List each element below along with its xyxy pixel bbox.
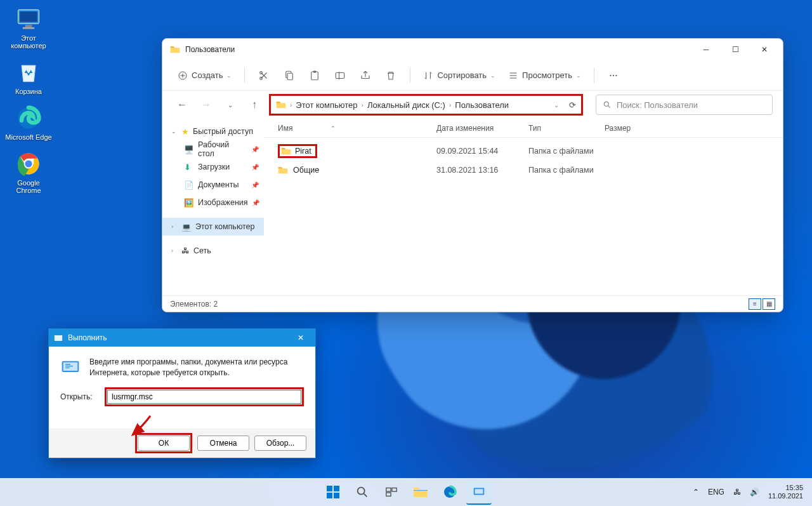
status-text: Элементов: 2 (170, 300, 218, 309)
run-icon (472, 484, 486, 498)
task-explorer[interactable] (408, 479, 433, 505)
breadcrumb-item[interactable]: Пользователи (455, 100, 509, 110)
tray-clock[interactable]: 15:35 11.09.2021 (768, 484, 803, 500)
svg-rect-2 (25, 25, 32, 27)
address-bar[interactable]: › Этот компьютер › Локальный диск (C:) ›… (269, 94, 583, 116)
run-dialog: Выполнить ✕ Введите имя программы, папки… (48, 328, 316, 458)
col-name[interactable]: Имя (278, 124, 292, 133)
sidebar-item-downloads[interactable]: ⬇Загрузки📌 (162, 158, 264, 176)
column-headers[interactable]: Имя⌃ Дата изменения Тип Размер (264, 119, 783, 138)
rename-button[interactable] (329, 65, 351, 86)
task-view[interactable] (379, 479, 404, 505)
nav-row: ← → ⌄ ↑ › Этот компьютер › Локальный дис… (162, 91, 783, 119)
sort-button-label: Сортировать (437, 70, 487, 80)
up-button[interactable]: ↑ (245, 95, 264, 114)
desktop-icon-this-pc[interactable]: Этот компьютер (5, 5, 52, 50)
sidebar-label: Документы (198, 180, 239, 189)
tray-volume-icon[interactable]: 🔊 (750, 488, 759, 496)
file-list: Имя⌃ Дата изменения Тип Размер Pirat 09.… (264, 119, 783, 295)
system-tray: ⌃ ENG 🖧 🔊 15:35 11.09.2021 (693, 484, 812, 500)
run-titlebar[interactable]: Выполнить ✕ (49, 329, 315, 347)
close-button[interactable]: ✕ (750, 40, 779, 59)
sidebar-label: Рабочий стол (198, 140, 247, 158)
desktop-icons: Этот компьютер Корзина Microsoft Edge Go… (5, 5, 52, 194)
back-button[interactable]: ← (173, 95, 192, 114)
desktop-icon-chrome[interactable]: Google Chrome (5, 150, 52, 194)
sidebar-item-pictures[interactable]: 🖼️Изображения📌 (162, 194, 264, 211)
forward-button[interactable]: → (197, 95, 216, 114)
delete-button[interactable] (379, 65, 402, 86)
svg-rect-31 (386, 493, 391, 496)
search-placeholder: Поиск: Пользователи (617, 100, 698, 110)
copy-button[interactable] (278, 65, 301, 86)
svg-rect-12 (287, 73, 292, 80)
breadcrumb-item[interactable]: Этот компьютер (296, 100, 357, 110)
sidebar-quick-access[interactable]: ⌄ ★ Быстрый доступ (162, 123, 264, 140)
start-button[interactable] (320, 479, 346, 505)
sidebar-network[interactable]: ›🖧Сеть (162, 242, 264, 260)
svg-rect-13 (311, 72, 318, 80)
share-button[interactable] (354, 65, 377, 86)
run-close-button[interactable]: ✕ (291, 333, 310, 342)
sidebar-label: Сеть (193, 246, 211, 255)
col-size[interactable]: Размер (605, 124, 655, 133)
task-run[interactable] (466, 479, 492, 505)
windows-icon (325, 484, 341, 500)
tray-network-icon[interactable]: 🖧 (733, 488, 741, 496)
sidebar-this-pc[interactable]: ›💻Этот компьютер (162, 218, 264, 236)
sidebar: ⌄ ★ Быстрый доступ 🖥️Рабочий стол📌 ⬇Загр… (162, 119, 264, 295)
breadcrumb-item[interactable]: Локальный диск (C:) (367, 100, 445, 110)
cut-button[interactable] (252, 65, 275, 86)
cancel-button[interactable]: Отмена (197, 436, 249, 451)
task-edge[interactable] (437, 479, 462, 505)
pin-icon: 📌 (251, 182, 259, 189)
view-icons-button[interactable]: ▦ (763, 298, 775, 310)
file-date: 09.09.2021 15:44 (436, 147, 528, 156)
view-details-button[interactable]: ≡ (749, 298, 761, 310)
svg-rect-27 (334, 493, 339, 498)
file-type: Папка с файлами (528, 147, 605, 156)
col-date[interactable]: Дата изменения (436, 124, 528, 133)
run-icon (54, 333, 63, 342)
tray-chevron[interactable]: ⌃ (693, 488, 699, 496)
pin-icon: 📌 (252, 199, 259, 206)
view-button-label: Просмотреть (522, 70, 572, 80)
run-input[interactable] (107, 390, 301, 404)
search-icon (355, 485, 369, 499)
svg-rect-30 (392, 488, 396, 492)
run-title-text: Выполнить (68, 333, 107, 342)
recent-button[interactable]: ⌄ (221, 95, 240, 114)
file-row[interactable]: Общие 31.08.2021 13:16 Папка с файлами (264, 161, 783, 180)
sort-icon (423, 70, 433, 81)
file-row[interactable]: Pirat 09.09.2021 15:44 Папка с файлами (264, 142, 783, 161)
sidebar-item-documents[interactable]: 📄Документы📌 (162, 176, 264, 194)
chevron-down-icon[interactable]: ⌄ (554, 102, 559, 109)
desktop-icon-recycle-bin[interactable]: Корзина (5, 58, 52, 95)
task-search[interactable] (350, 479, 375, 505)
view-button[interactable]: Просмотреть ⌄ (503, 65, 586, 86)
refresh-button[interactable]: ⟳ (569, 100, 576, 110)
svg-rect-25 (334, 486, 339, 491)
sidebar-item-desktop[interactable]: 🖥️Рабочий стол📌 (162, 140, 264, 158)
file-name: Pirat (295, 147, 311, 156)
more-button[interactable] (602, 65, 625, 86)
browse-button[interactable]: Обзор... (254, 436, 306, 451)
svg-point-17 (613, 74, 614, 76)
desktop-icon-label: Google Chrome (5, 179, 52, 194)
col-type[interactable]: Тип (528, 124, 605, 133)
maximize-button[interactable]: ☐ (721, 40, 750, 59)
tray-lang[interactable]: ENG (708, 488, 724, 496)
pc-icon (15, 5, 43, 33)
sort-button[interactable]: Сортировать ⌄ (418, 65, 501, 86)
svg-point-18 (615, 74, 617, 76)
svg-rect-34 (475, 489, 483, 493)
paste-button[interactable] (303, 65, 326, 86)
recycle-bin-icon (15, 58, 43, 86)
minimize-button[interactable]: ─ (691, 40, 721, 59)
search-input[interactable]: Поиск: Пользователи (596, 95, 773, 115)
desktop-icon-edge[interactable]: Microsoft Edge (5, 104, 52, 141)
taskview-icon (384, 485, 398, 499)
new-button-label: Создать (192, 70, 223, 80)
new-button[interactable]: Создать ⌄ (173, 65, 237, 86)
titlebar[interactable]: Пользователи ─ ☐ ✕ (162, 39, 783, 60)
